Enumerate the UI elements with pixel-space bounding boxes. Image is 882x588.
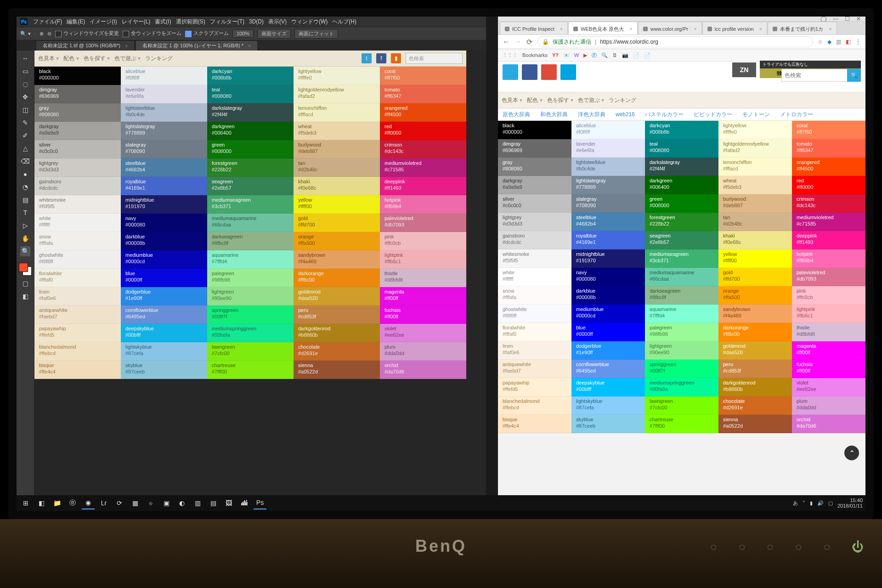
color-swatch[interactable]: forestgreen#228b22 [207,158,294,177]
color-swatch[interactable]: floralwhite#fffaf0 [498,323,571,341]
zoom-out-icon[interactable]: ⊖ [47,31,51,37]
color-swatch[interactable]: tomato#ff6347 [792,139,865,158]
ps-tool[interactable]: ◌ [20,79,30,89]
ps-tool[interactable]: T [20,208,30,218]
color-swatch[interactable]: gray#808080 [498,158,571,176]
taskbar-app[interactable]: ⓔ [66,497,79,509]
color-swatch[interactable]: mediumvioletred#c71585 [792,213,865,231]
color-swatch[interactable]: wheat#f5deb3 [718,176,792,194]
taskbar-app[interactable]: Lr [97,497,110,509]
color-swatch[interactable]: darkorange#ff8c00 [294,269,380,287]
color-swatch[interactable]: orangered#ff4500 [792,158,865,176]
category-nav[interactable]: 原色大辞典和色大辞典洋色大辞典web216パステルカラービビッドカラーモノトーン… [498,108,865,121]
bookmarks-bar[interactable]: ⋮⋮⋮ Bookmarks Y?📧W▶Ⓕ🔍🗓📷📄📄 [498,49,865,62]
browser-tab[interactable]: ICC Profile Inspect× [500,22,568,34]
color-swatch[interactable]: lightgrey#d3d3d3 [498,213,571,231]
color-swatch[interactable]: darkgray#a9a9a9 [498,176,571,194]
ps-menu-item[interactable]: 3D(D) [249,18,264,25]
color-swatch[interactable]: lawngreen#7cfc00 [207,342,294,361]
color-swatch[interactable]: lightgoldenrodyellow#fafad2 [294,85,380,103]
facebook-icon[interactable]: f [376,53,386,63]
system-tray[interactable]: あ ˄ ▮ 🔊 ▢ 15:402018/01/11 [793,498,863,509]
color-swatch[interactable]: orange#ffa500 [718,286,792,305]
color-swatch[interactable]: deepskyblue#00bfff [571,378,645,396]
ps-document-tabs[interactable]: 名称未設定 1.tif @ 100% (RGB/8*)× 名称未設定 1 @ 1… [17,40,486,51]
color-swatch[interactable]: skyblue#87ceeb [571,415,645,433]
color-swatch[interactable]: darkgray#a9a9a9 [34,122,121,140]
color-swatch[interactable]: black#000000 [34,67,121,85]
opt-resize-window[interactable]: ウィンドウサイズを変更 [63,30,119,36]
taskbar-app[interactable]: ⟐ [144,497,157,509]
color-swatch[interactable]: lightslategray#778899 [571,176,645,194]
zoom-in-icon[interactable]: ⊕ [40,31,44,37]
google-icon[interactable] [541,64,557,80]
color-swatch[interactable]: violet#ee82ee [792,378,865,396]
color-swatch[interactable]: palevioletred#db7093 [380,214,466,232]
color-swatch[interactable]: ghostwhite#f8f8ff [34,250,121,269]
browser-tab[interactable]: WEB色見本 原色大× [568,22,638,34]
color-swatch[interactable]: orchid#da70d6 [792,415,865,433]
taskbar-app[interactable]: ▤ [207,497,220,509]
color-swatch[interactable]: pink#ffc0cb [380,232,466,250]
color-swatch[interactable]: darkseagreen#8fbc8f [207,232,294,250]
color-swatch[interactable]: darkgreen#006400 [645,176,718,194]
color-swatch[interactable]: aliceblue#f0f8ff [121,67,207,85]
color-swatch[interactable]: lightyellow#ffffe0 [718,121,792,139]
nav-item[interactable]: ランキング [145,55,173,62]
color-swatch[interactable]: palegreen#98fb98 [645,323,718,341]
color-swatch[interactable]: thistle#d8bfd8 [792,323,865,341]
facebook-icon[interactable] [522,64,537,80]
taskbar-app[interactable]: ◉ [82,497,95,509]
ps-menu-item[interactable]: レイヤー(L) [122,18,151,25]
color-swatch[interactable]: goldenrod#daa520 [718,341,792,360]
color-swatch[interactable]: red#ff0000 [380,122,466,140]
browser-tab[interactable]: www.color.org/Pr× [638,22,702,34]
zn-ad[interactable]: ZN [732,62,756,77]
color-swatch[interactable]: blanchedalmond#ffebcd [498,396,571,415]
ps-tool[interactable]: ▷ [20,220,30,231]
color-swatch[interactable]: darkslategray#2f4f4f [645,158,718,176]
nav-item[interactable]: 配色 [527,96,542,104]
color-swatch[interactable]: bisque#ffe4c4 [34,361,121,379]
twitter-icon[interactable]: t [362,53,372,63]
color-swatch[interactable]: lightskyblue#87cefa [571,396,645,415]
category-link[interactable]: 原色大辞典 [503,111,530,119]
browser-tab[interactable]: 本番まで残り約1カ× [768,22,837,34]
color-swatch[interactable]: linen#faf0e6 [498,341,571,360]
color-swatch[interactable]: darkgreen#006400 [207,122,294,140]
close-icon[interactable]: × [629,26,632,32]
color-swatch[interactable]: violet#ee82ee [380,324,466,342]
color-swatch[interactable]: mediumspringgreen#00fa9a [645,378,718,396]
color-swatch[interactable]: deepskyblue#00bfff [121,324,207,342]
color-swatch[interactable]: tan#d2b48c [294,158,380,177]
color-swatch[interactable]: lightsteelblue#b0c4de [571,158,645,176]
reload-icon[interactable]: ⟳ [526,38,532,46]
color-swatch[interactable]: yellow#ffff00 [718,249,792,268]
color-swatch[interactable]: royalblue#4169e1 [571,231,645,249]
color-swatch[interactable]: burlywood#deb887 [294,140,380,158]
color-swatch[interactable]: ghostwhite#f8f8ff [498,305,571,323]
color-swatch[interactable]: lavender#e6e6fa [571,139,645,158]
color-swatch[interactable]: gold#ffd700 [294,214,380,232]
color-swatch[interactable]: darkseagreen#8fbc8f [645,286,718,305]
color-swatch[interactable]: deeppink#ff1493 [380,177,466,195]
ps-tool[interactable]: 🔍 [20,246,30,256]
color-swatch[interactable]: steelblue#4682b4 [121,158,207,177]
ps-tool[interactable]: ◔ [20,182,30,192]
zoom-level[interactable]: 100% [232,29,254,38]
color-swatch[interactable]: lightsteelblue#b0c4de [121,103,207,122]
color-swatch[interactable]: aquamarine#7fffd4 [207,250,294,269]
color-swatch[interactable]: fuchsia#ff00ff [792,360,865,378]
color-swatch[interactable]: lemonchiffon#fffacd [718,158,792,176]
rss-icon[interactable]: ▮ [391,53,401,63]
color-swatch[interactable]: lightpink#ffb6c1 [792,305,865,323]
volume-icon[interactable]: 🔊 [817,500,824,506]
browser-tab[interactable]: icc profile version× [702,22,767,34]
color-swatch[interactable]: whitesmoke#f5f5f5 [498,249,571,268]
color-swatch[interactable]: fuchsia#ff00ff [380,305,466,324]
color-swatch[interactable]: goldenrod#daa520 [294,287,380,305]
nav-item[interactable]: 配色 [63,55,79,62]
color-swatch[interactable]: orangered#ff4500 [380,103,466,122]
color-swatch[interactable]: whitesmoke#f5f5f5 [34,195,121,214]
ps-menu-item[interactable]: 書式(I) [155,18,171,25]
